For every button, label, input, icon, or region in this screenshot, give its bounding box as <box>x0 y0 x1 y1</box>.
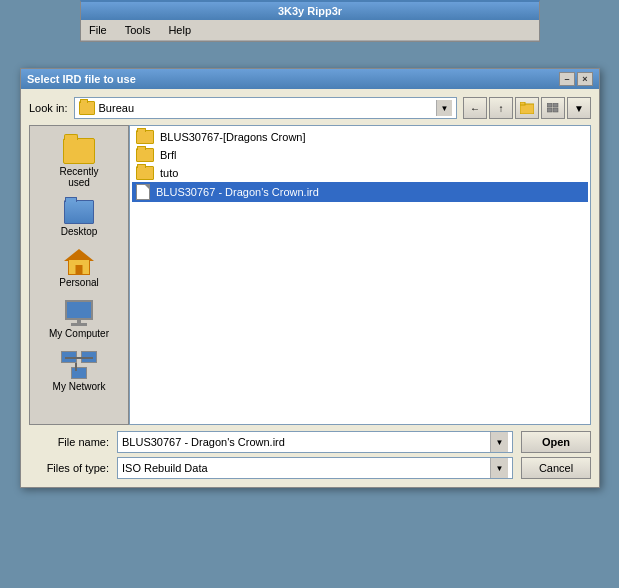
network-line2 <box>75 363 77 371</box>
more-button[interactable]: ▼ <box>567 97 591 119</box>
file-list[interactable]: BLUS30767-[Dragons Crown] Brfl tuto BLUS… <box>129 125 591 425</box>
open-button[interactable]: Open <box>521 431 591 453</box>
monitor-screen <box>65 300 93 320</box>
recently-used-icon <box>63 138 95 164</box>
sidebar-item-recently-used-label: Recentlyused <box>60 166 99 188</box>
menu-tools[interactable]: Tools <box>121 22 155 38</box>
sidebar-item-desktop[interactable]: Desktop <box>34 196 124 241</box>
dialog-body: Look in: Bureau ▼ ← ↑ <box>21 89 599 487</box>
lookin-folder-icon <box>79 101 95 115</box>
sidebar-item-personal[interactable]: Personal <box>34 245 124 292</box>
sidebar-item-desktop-label: Desktop <box>61 226 98 237</box>
svg-rect-3 <box>553 103 558 107</box>
file-item-blus-folder[interactable]: BLUS30767-[Dragons Crown] <box>132 128 588 146</box>
menu-file[interactable]: File <box>85 22 111 38</box>
file-name-ird: BLUS30767 - Dragon's Crown.ird <box>156 186 319 198</box>
lookin-value: Bureau <box>99 102 432 114</box>
lookin-label: Look in: <box>29 102 68 114</box>
desktop-icon <box>64 200 94 224</box>
filetype-combo[interactable]: ISO Rebuild Data ▼ <box>117 457 513 479</box>
house-walls <box>68 259 90 275</box>
monitor-base <box>71 323 87 326</box>
titlebar-buttons: – × <box>559 72 593 86</box>
network-pc3 <box>71 367 87 379</box>
sidebar-item-computer-label: My Computer <box>49 328 109 339</box>
lookin-combo-arrow[interactable]: ▼ <box>436 100 452 116</box>
dialog-titlebar: Select IRD file to use – × <box>21 69 599 89</box>
filename-combo[interactable]: BLUS30767 - Dragon's Crown.ird ▼ <box>117 431 513 453</box>
sidebar-item-network[interactable]: My Network <box>34 347 124 396</box>
svg-rect-2 <box>547 103 552 107</box>
sidebar-item-personal-label: Personal <box>59 277 98 288</box>
minimize-button[interactable]: – <box>559 72 575 86</box>
svg-rect-4 <box>547 108 552 112</box>
file-name-blus-folder: BLUS30767-[Dragons Crown] <box>160 131 306 143</box>
new-folder-button[interactable] <box>515 97 539 119</box>
close-button[interactable]: × <box>577 72 593 86</box>
network-line <box>65 357 93 359</box>
svg-rect-1 <box>520 102 525 105</box>
lookin-combo[interactable]: Bureau ▼ <box>74 97 457 119</box>
select-ird-dialog: Select IRD file to use – × Look in: Bure… <box>20 68 600 488</box>
filename-combo-arrow[interactable]: ▼ <box>490 432 508 452</box>
doc-icon-ird <box>136 184 150 200</box>
menu-help[interactable]: Help <box>164 22 195 38</box>
network-icon <box>61 351 97 379</box>
filetype-label: Files of type: <box>29 462 109 474</box>
view-button[interactable] <box>541 97 565 119</box>
folder-icon-blus <box>136 130 154 144</box>
file-name-tuto: tuto <box>160 167 178 179</box>
bg-title: 3K3y Ripp3r <box>278 5 342 17</box>
file-item-ird[interactable]: BLUS30767 - Dragon's Crown.ird <box>132 182 588 202</box>
back-button[interactable]: ← <box>463 97 487 119</box>
filetype-combo-arrow[interactable]: ▼ <box>490 458 508 478</box>
toolbar-buttons: ← ↑ ▼ <box>463 97 591 119</box>
lookin-row: Look in: Bureau ▼ ← ↑ <box>29 97 591 119</box>
folder-icon-brfl <box>136 148 154 162</box>
house-door <box>76 265 83 274</box>
personal-icon <box>64 249 94 275</box>
dialog-title: Select IRD file to use <box>27 73 136 85</box>
filetype-row: Files of type: ISO Rebuild Data ▼ Cancel <box>29 457 591 479</box>
file-item-brfl[interactable]: Brfl <box>132 146 588 164</box>
filename-label: File name: <box>29 436 109 448</box>
sidebar: Recentlyused Desktop Personal <box>29 125 129 425</box>
up-button[interactable]: ↑ <box>489 97 513 119</box>
cancel-button[interactable]: Cancel <box>521 457 591 479</box>
sidebar-item-computer[interactable]: My Computer <box>34 296 124 343</box>
folder-icon-tuto <box>136 166 154 180</box>
filetype-value: ISO Rebuild Data <box>122 462 490 474</box>
content-area: Recentlyused Desktop Personal <box>29 125 591 425</box>
sidebar-item-network-label: My Network <box>53 381 106 392</box>
filename-row: File name: BLUS30767 - Dragon's Crown.ir… <box>29 431 591 453</box>
svg-rect-5 <box>553 108 558 112</box>
computer-icon <box>63 300 95 326</box>
file-item-tuto[interactable]: tuto <box>132 164 588 182</box>
file-name-brfl: Brfl <box>160 149 177 161</box>
bottom-section: File name: BLUS30767 - Dragon's Crown.ir… <box>29 431 591 479</box>
bg-titlebar: 3K3y Ripp3r <box>81 2 539 20</box>
background-window: 3K3y Ripp3r File Tools Help <box>80 0 540 42</box>
sidebar-item-recently-used[interactable]: Recentlyused <box>34 134 124 192</box>
bg-menubar: File Tools Help <box>81 20 539 41</box>
filename-value: BLUS30767 - Dragon's Crown.ird <box>122 436 490 448</box>
